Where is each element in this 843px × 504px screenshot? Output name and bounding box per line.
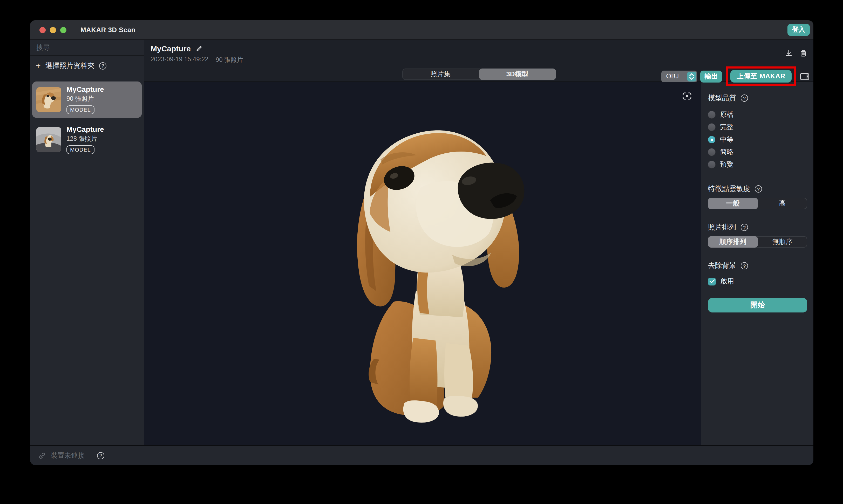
chevron-up-down-icon: [687, 71, 696, 81]
quality-option-full[interactable]: 完整: [708, 121, 807, 133]
capture-photo-count: 90 張照片: [67, 94, 104, 103]
edit-title-icon[interactable]: [195, 45, 202, 52]
arrangement-option-sequential[interactable]: 順序排列: [708, 236, 758, 248]
minimize-window-button[interactable]: [50, 27, 56, 33]
capture-thumbnail: [36, 87, 61, 112]
help-icon[interactable]: ?: [99, 62, 106, 69]
quality-help-icon[interactable]: ?: [741, 94, 748, 102]
quality-label: 模型品質: [708, 93, 736, 103]
close-window-button[interactable]: [39, 27, 46, 33]
capture-title: MyCapture: [67, 85, 104, 93]
background-removal-label: 去除背景: [708, 261, 736, 270]
upload-highlight-annotation: 上傳至 MAKAR: [727, 67, 796, 86]
radio-icon: [708, 161, 715, 168]
enable-background-removal[interactable]: 啟用: [708, 277, 807, 286]
sensitivity-help-icon[interactable]: ?: [755, 185, 762, 193]
capture-photo-count: 128 張照片: [67, 134, 104, 143]
quality-option-preview[interactable]: 預覽: [708, 158, 807, 171]
model-badge: MODEL: [67, 105, 94, 114]
quality-options: 原檔 完整 中等 簡略: [708, 108, 807, 171]
model-viewport[interactable]: [144, 82, 701, 445]
project-title: MyCapture: [150, 44, 191, 53]
quality-option-original[interactable]: 原檔: [708, 108, 807, 121]
sensitivity-label: 特徵點靈敏度: [708, 184, 750, 194]
status-bar: 裝置未連接 ?: [30, 445, 813, 465]
quality-option-medium[interactable]: 中等: [708, 133, 807, 146]
list-item[interactable]: MyCapture 90 張照片 MODEL: [32, 82, 142, 118]
capture-title: MyCapture: [67, 125, 104, 133]
arrangement-help-icon[interactable]: ?: [741, 224, 748, 231]
radio-icon: [708, 111, 715, 118]
device-link-icon: [38, 452, 46, 459]
download-icon[interactable]: [785, 49, 793, 57]
zoom-window-button[interactable]: [60, 27, 67, 33]
start-button[interactable]: 開始: [708, 298, 807, 312]
tab-photo-set[interactable]: 照片集: [402, 69, 479, 80]
add-folder-label: 選擇照片資料夾: [46, 61, 94, 70]
content-header: MyCapture 2023-09-19 15:49:22 90 張照片: [144, 40, 813, 82]
sensitivity-segmented-control: 一般 高: [708, 198, 807, 209]
view-tabs: 照片集 3D模型: [402, 69, 556, 80]
export-button[interactable]: 輸出: [700, 70, 722, 82]
arrangement-segmented-control: 順序排列 無順序: [708, 236, 807, 248]
sidebar: 搜尋 + 選擇照片資料夾 ?: [30, 40, 144, 445]
sensitivity-option-high[interactable]: 高: [758, 198, 807, 209]
radio-icon: [708, 148, 715, 156]
radio-icon: [708, 124, 715, 131]
arrangement-option-unordered[interactable]: 無順序: [758, 236, 807, 248]
background-removal-help-icon[interactable]: ?: [741, 262, 748, 269]
checkbox-checked-icon: [708, 277, 716, 285]
model-badge: MODEL: [67, 145, 94, 154]
upload-to-makar-button[interactable]: 上傳至 MAKAR: [731, 70, 792, 83]
radio-selected-icon: [708, 136, 715, 143]
settings-panel: 模型品質 ? 原檔 完整: [701, 82, 813, 445]
window-title: MAKAR 3D Scan: [80, 26, 136, 34]
panel-toggle-icon[interactable]: [800, 72, 809, 80]
delete-icon[interactable]: [800, 49, 807, 57]
traffic-lights: [39, 27, 67, 33]
quality-option-simple[interactable]: 簡略: [708, 146, 807, 158]
capture-photo-count: 90 張照片: [216, 56, 243, 65]
app-window: MAKAR 3D Scan 登入 搜尋 + 選擇照片資料夾 ?: [30, 20, 813, 465]
tab-3d-model[interactable]: 3D模型: [479, 69, 556, 80]
capture-thumbnail: [36, 127, 61, 152]
recenter-view-icon[interactable]: [683, 92, 692, 102]
sensitivity-option-normal[interactable]: 一般: [708, 198, 758, 209]
plus-icon: +: [36, 61, 41, 70]
capture-list: MyCapture 90 張照片 MODEL: [30, 76, 144, 158]
title-bar: MAKAR 3D Scan 登入: [30, 20, 813, 40]
format-select[interactable]: OBJ: [662, 70, 697, 82]
format-value: OBJ: [662, 73, 687, 80]
device-status-text: 裝置未連接: [51, 451, 85, 460]
search-placeholder: 搜尋: [36, 43, 50, 52]
login-button[interactable]: 登入: [787, 24, 810, 36]
list-item[interactable]: MyCapture 128 張照片 MODEL: [32, 122, 142, 158]
screen: MAKAR 3D Scan 登入 搜尋 + 選擇照片資料夾 ?: [0, 0, 843, 504]
capture-date: 2023-09-19 15:49:22: [150, 56, 209, 65]
dog-3d-model: [333, 115, 535, 433]
device-help-icon[interactable]: ?: [97, 452, 104, 459]
search-input[interactable]: 搜尋: [30, 40, 144, 56]
arrangement-label: 照片排列: [708, 223, 736, 232]
add-photo-folder-button[interactable]: + 選擇照片資料夾 ?: [30, 56, 144, 76]
